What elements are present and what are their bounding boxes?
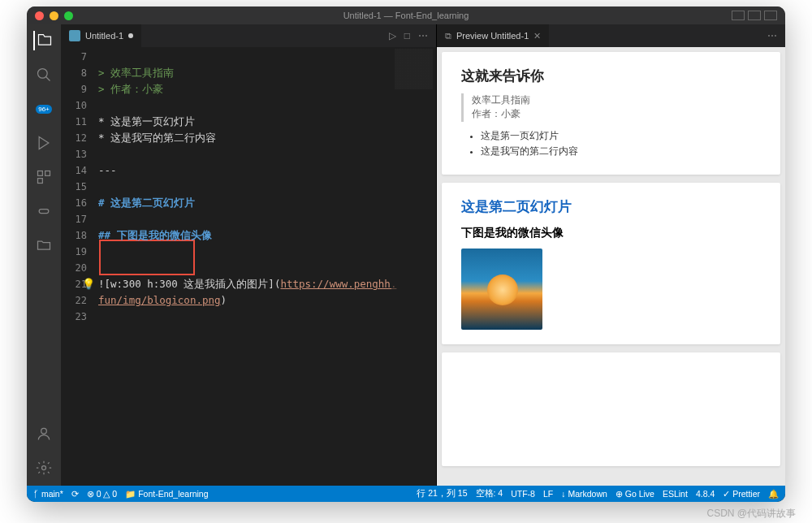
slide-h3: 下图是我的微信头像 (461, 226, 761, 240)
golive-status[interactable]: ⊕ Go Live (615, 489, 654, 499)
tab-label: Preview Untitled-1 (456, 31, 529, 41)
version-status[interactable]: 4.8.4 (696, 489, 715, 499)
prettier-status[interactable]: ✓ Prettier (723, 489, 760, 499)
more-icon[interactable]: ⋯ (767, 30, 777, 41)
extensions-icon[interactable] (34, 167, 54, 187)
editor-actions: ▷ □ ⋯ (381, 30, 436, 41)
search-icon[interactable] (34, 65, 54, 84)
debug-icon[interactable] (34, 133, 54, 153)
slide-quote: 效率工具指南 作者：小豪 (461, 93, 761, 122)
run-icon[interactable]: ▷ (389, 30, 396, 41)
svg-rect-4 (39, 210, 49, 214)
svg-point-5 (41, 428, 47, 434)
editor-area: Untitled-1 ▷ □ ⋯ 78910111213141516171819… (61, 24, 785, 486)
sync-status[interactable]: ⟳ (71, 489, 79, 499)
svg-rect-2 (45, 171, 50, 176)
eol-status[interactable]: LF (543, 489, 553, 499)
folder-status[interactable]: 📁 Font-End_learning (125, 489, 208, 499)
watermark: CSDN @代码讲故事 (706, 507, 796, 521)
list-item: 这是我写的第二行内容 (481, 144, 761, 160)
svg-rect-1 (38, 171, 43, 176)
code-editor-pane: Untitled-1 ▷ □ ⋯ 78910111213141516171819… (61, 24, 436, 486)
maximize-icon[interactable] (64, 11, 73, 20)
split-icon[interactable]: □ (404, 30, 410, 41)
explorer-icon[interactable] (33, 31, 53, 50)
svg-point-6 (42, 466, 46, 470)
eslint-status[interactable]: ESLint (663, 489, 688, 499)
list-item: 这是第一页幻灯片 (481, 128, 761, 145)
vscode-window: Untitled-1 — Font-End_learning 96+ (27, 6, 785, 502)
slide-list: 这是第一页幻灯片 这是我写的第二行内容 (461, 128, 761, 160)
minimize-icon[interactable] (50, 11, 58, 20)
more-icon[interactable]: ⋯ (418, 30, 428, 41)
close-icon[interactable] (35, 11, 44, 20)
line-gutter: 7891011121314151617181920212223 (61, 47, 98, 486)
svg-rect-3 (38, 179, 43, 184)
code-area[interactable]: 7891011121314151617181920212223 > 效率工具指南… (61, 47, 436, 486)
encoding-status[interactable]: UTF-8 (511, 489, 535, 499)
problems-status[interactable]: ⊗ 0 △ 0 (87, 489, 117, 499)
activity-bar: 96+ (27, 24, 61, 486)
slide-image (461, 249, 542, 330)
layout-icon[interactable] (764, 11, 777, 20)
bell-icon[interactable]: 🔔 (768, 489, 779, 499)
minimap[interactable] (391, 47, 436, 486)
main-area: 96+ Untitled-1 ▷ □ (27, 24, 785, 486)
language-status[interactable]: ↓ Markdown (561, 489, 607, 499)
svg-point-0 (38, 69, 48, 79)
traffic-lights (35, 11, 73, 20)
source-control-icon[interactable]: 96+ (34, 99, 54, 119)
slide-2: 这是第二页幻灯片 下图是我的微信头像 (442, 183, 780, 344)
code-content[interactable]: > 效率工具指南> 作者：小豪 * 这是第一页幻灯片* 这是我写的第二行内容 -… (98, 47, 436, 486)
markdown-icon (69, 30, 80, 41)
editor-tab-bar: Untitled-1 ▷ □ ⋯ (61, 24, 436, 47)
account-icon[interactable] (34, 424, 54, 443)
layout-controls (732, 11, 777, 20)
status-bar: ᚶ main* ⟳ ⊗ 0 △ 0 📁 Font-End_learning 行 … (27, 486, 785, 502)
layout-icon[interactable] (732, 11, 745, 20)
gear-icon[interactable] (34, 458, 54, 478)
tab-label: Untitled-1 (85, 31, 123, 41)
slide-h2: 这是第二页幻灯片 (461, 197, 761, 216)
slide-3 (442, 352, 780, 466)
link-icon[interactable] (34, 201, 54, 221)
editor-tab[interactable]: Untitled-1 (61, 24, 141, 47)
preview-tab[interactable]: ⧉ Preview Untitled-1 ✕ (437, 24, 549, 47)
folder-icon[interactable] (34, 236, 54, 255)
modified-dot-icon (128, 33, 133, 38)
slide-title: 这就来告诉你 (461, 67, 761, 85)
branch-status[interactable]: ᚶ main* (33, 489, 63, 499)
window-title: Untitled-1 — Font-End_learning (343, 11, 469, 20)
preview-pane: ⧉ Preview Untitled-1 ✕ ⋯ 这就来告诉你 效率工具指南 作… (436, 24, 785, 486)
layout-icon[interactable] (748, 11, 761, 20)
titlebar: Untitled-1 — Font-End_learning (27, 6, 785, 24)
slide-1: 这就来告诉你 效率工具指南 作者：小豪 这是第一页幻灯片 这是我写的第二行内容 (442, 52, 780, 175)
spaces-status[interactable]: 空格: 4 (476, 488, 503, 499)
preview-body[interactable]: 这就来告诉你 效率工具指南 作者：小豪 这是第一页幻灯片 这是我写的第二行内容 … (437, 47, 785, 486)
preview-tab-bar: ⧉ Preview Untitled-1 ✕ ⋯ (437, 24, 785, 47)
cursor-position[interactable]: 行 21，列 15 (417, 488, 467, 499)
